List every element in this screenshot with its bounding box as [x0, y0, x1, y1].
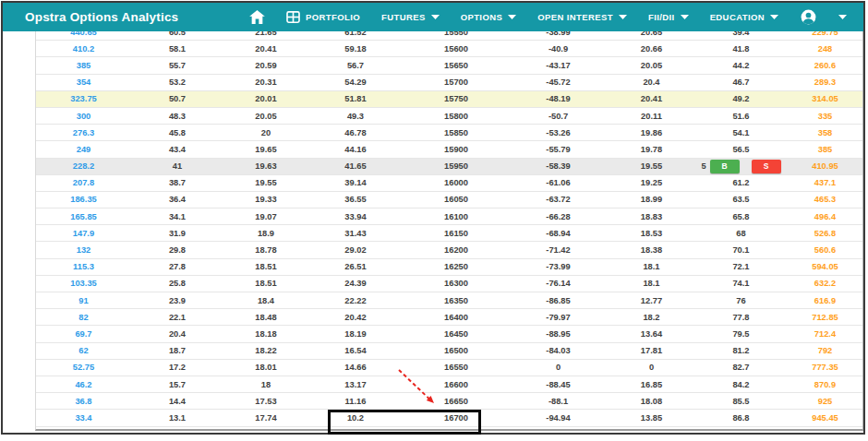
ltp-link[interactable]: 228.2 [73, 161, 94, 171]
value-cell: 20.42 [308, 309, 403, 326]
ltp-link[interactable]: 354 [77, 77, 91, 87]
nav-item-account[interactable] [800, 8, 817, 26]
cell-value: 19.65 [255, 145, 276, 154]
ltp-link[interactable]: 276.3 [73, 128, 94, 137]
nav-item-futures[interactable]: FUTURES [381, 12, 440, 22]
ltp-link[interactable]: 147.9 [73, 229, 94, 238]
nav-item-account-menu[interactable] [838, 15, 847, 19]
cell-value: 16000 [444, 178, 468, 187]
cell-value: 24.39 [344, 279, 366, 288]
ltp-cell: 276.3 [36, 125, 131, 141]
cell-value: 17.74 [255, 413, 276, 423]
ltp-link[interactable]: 132 [77, 245, 91, 255]
buy-button[interactable]: B [710, 160, 740, 173]
cell-value: -66.28 [546, 212, 570, 221]
ltp-link[interactable]: 440.65 [70, 31, 96, 37]
cell-value: 20.59 [255, 61, 276, 70]
value-cell: 38.7 [131, 174, 223, 191]
cell-value: -88.95 [546, 329, 570, 339]
value-cell: 18.38 [607, 242, 696, 258]
value-cell: 22.22 [308, 292, 403, 309]
cell-value: 38.7 [169, 178, 186, 187]
nav-item-fii-dii[interactable]: FII/DII [648, 12, 689, 22]
cell-value: 86.8 [732, 413, 749, 423]
sell-button[interactable]: S [752, 160, 781, 173]
value-cell: -79.97 [510, 309, 607, 326]
cell-value: 16500 [444, 346, 468, 355]
value-cell: 31.43 [308, 225, 403, 242]
value-cell: -94.94 [510, 410, 607, 426]
value-cell: 437.1 [786, 174, 862, 191]
option-chain-row: 165.8534.119.0733.9416100-66.2818.8365.8… [36, 209, 862, 225]
strike-cell: 16600 [403, 375, 510, 392]
value-cell: 18.9 [223, 225, 308, 242]
value-cell: 560.6 [786, 242, 862, 258]
ltp-link[interactable]: 323.75 [70, 94, 96, 103]
ltp-link[interactable]: 300 [77, 112, 91, 121]
ltp-link[interactable]: 186.35 [70, 195, 96, 204]
value-cell: 777.35 [786, 359, 862, 375]
value-cell: 63.5 [696, 191, 786, 208]
nav-item-open-interest[interactable]: OPEN INTEREST [537, 12, 627, 22]
cell-value: 44.16 [344, 145, 366, 154]
brand-title[interactable]: Opstra Options Analytics [25, 10, 178, 24]
value-cell: 77.8 [696, 309, 786, 326]
value-cell: -63.72 [510, 191, 607, 208]
caret-down-icon [838, 15, 847, 19]
ltp-link[interactable]: 62 [78, 346, 88, 355]
nav-item-education[interactable]: EDUCATION [710, 12, 778, 22]
ltp-link[interactable]: 36.8 [75, 397, 91, 406]
value-cell: 18.18 [223, 326, 308, 342]
ltp-link[interactable]: 249 [77, 145, 91, 154]
ltp-link[interactable]: 46.2 [75, 380, 91, 389]
cell-value: 16450 [444, 329, 468, 339]
value-cell: 18.1 [607, 275, 696, 292]
cell-value: 385 [818, 145, 833, 154]
ltp-link[interactable]: 207.8 [73, 178, 94, 187]
nav-item-options[interactable]: OPTIONS [461, 12, 517, 22]
value-cell: -38.99 [510, 31, 607, 41]
option-chain-row: 6218.718.2216.5416500-84.0317.8181.2792 [36, 342, 862, 359]
ltp-link[interactable]: 91 [78, 296, 88, 305]
cell-value: 49.3 [347, 112, 364, 121]
cell-value: 22.22 [344, 296, 366, 305]
cell-value: 19.07 [255, 212, 276, 221]
ltp-link[interactable]: 103.35 [70, 279, 96, 288]
value-cell: 68 [696, 225, 786, 242]
value-cell: 14.66 [308, 359, 403, 375]
value-cell: 46.7 [696, 74, 786, 90]
value-cell: 20.65 [607, 31, 696, 41]
ltp-link[interactable]: 33.4 [75, 413, 91, 423]
value-cell: 712.4 [786, 326, 862, 342]
value-cell: 526.8 [786, 225, 862, 242]
cell-value: 925 [818, 397, 833, 406]
cell-value: 19.33 [255, 195, 276, 204]
value-cell: 20.01 [223, 90, 308, 107]
cell-value: 465.3 [814, 195, 836, 204]
ltp-link[interactable]: 165.85 [70, 212, 96, 221]
option-chain-row: 36.814.417.5311.1616650-88.118.0885.5925 [36, 393, 862, 410]
ltp-link[interactable]: 52.75 [73, 363, 94, 372]
ltp-link[interactable]: 410.2 [73, 44, 94, 54]
nav-item-portfolio[interactable]: PORTFOLIO [286, 11, 360, 23]
ltp-link[interactable]: 115.3 [73, 262, 94, 271]
cell-value: 18.19 [344, 329, 366, 339]
value-cell: 18.08 [607, 393, 696, 410]
cell-value: 14.4 [169, 397, 186, 406]
cell-value: 26.51 [344, 262, 366, 271]
cell-value: 16700 [444, 413, 468, 423]
option-chain-row: 186.3536.419.3336.5516050-63.7218.9963.5… [36, 191, 862, 208]
cell-value: -48.19 [546, 94, 570, 103]
ltp-link[interactable]: 69.7 [75, 329, 91, 339]
cell-value: 16350 [444, 296, 468, 305]
nav-item-home[interactable] [249, 10, 265, 24]
strike-cell: 15600 [403, 41, 510, 57]
option-chain-scroll-area[interactable]: 440.6560.521.6561.5215550-38.9920.6539.4… [36, 31, 862, 429]
option-chain-row: 35453.220.3154.2915700-45.7220.446.7289.… [36, 74, 862, 90]
ltp-link[interactable]: 385 [77, 61, 91, 70]
cell-value: 16550 [444, 363, 468, 372]
option-chain-row: 8222.118.4820.4216400-79.9718.277.8712.8… [36, 309, 862, 326]
option-chain-row: 38555.720.5956.715650-43.1720.0544.2260.… [36, 57, 862, 74]
ltp-link[interactable]: 82 [78, 313, 88, 322]
ltp-cell: 165.85 [36, 209, 131, 225]
